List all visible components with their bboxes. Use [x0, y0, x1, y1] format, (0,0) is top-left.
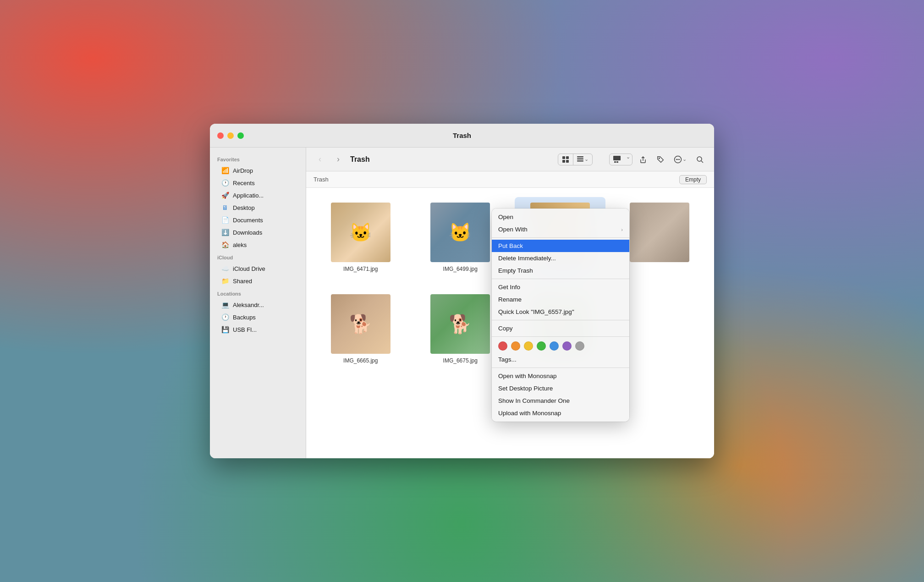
sidebar-item-label: USB Fl... [233, 326, 257, 333]
color-red[interactable] [498, 341, 507, 351]
toolbar: ‹ › Trash [306, 148, 714, 171]
sidebar-item-downloads[interactable]: ⬇️ Downloads [214, 226, 302, 238]
sidebar-item-label: iCloud Drive [233, 265, 265, 272]
photo-preview: 🐕 [331, 294, 390, 354]
svg-point-12 [676, 159, 677, 159]
ctx-set-desktop-label: Set Desktop Picture [498, 385, 553, 392]
file-thumbnail [630, 203, 689, 262]
backups-icon: 🕐 [221, 313, 229, 321]
sidebar-item-backups[interactable]: 🕐 Backups [214, 311, 302, 323]
color-blue[interactable] [550, 341, 559, 351]
back-button[interactable]: ‹ [314, 153, 326, 166]
ctx-open-with[interactable]: Open With › [492, 223, 629, 236]
minimize-button[interactable] [227, 132, 234, 139]
color-gray[interactable] [575, 341, 584, 351]
ctx-delete-label: Delete Immediately... [498, 255, 556, 262]
list-view-button[interactable]: ⌄ [573, 154, 592, 165]
color-yellow[interactable] [524, 341, 533, 351]
svg-rect-1 [566, 156, 569, 159]
svg-rect-6 [577, 160, 583, 162]
tags-button[interactable] [654, 154, 667, 165]
finder-window: Trash Favorites 📶 AirDrop 🕐 Recents 🚀 Ap… [210, 124, 714, 458]
gallery-view-toggle: ⌄ [609, 154, 632, 165]
recents-icon: 🕐 [221, 179, 229, 187]
share-button[interactable] [636, 154, 650, 165]
color-orange[interactable] [511, 341, 520, 351]
sidebar-item-label: Desktop [233, 204, 255, 211]
file-name: IMG_6499.jpg [443, 266, 478, 272]
ctx-open-monosnap[interactable]: Open with Monosnap [492, 370, 629, 382]
ctx-tag-colors [492, 339, 629, 353]
context-menu: Open Open With › Put Back Delete Immedia… [492, 209, 629, 422]
photo-preview: 🐕 [430, 294, 490, 354]
gallery-view-button[interactable] [610, 154, 624, 165]
file-item-img6665[interactable]: 🐕 IMG_6665.jpg [315, 289, 406, 369]
svg-rect-0 [562, 156, 565, 159]
ctx-open-with-label: Open With [498, 226, 528, 233]
close-button[interactable] [217, 132, 224, 139]
svg-point-14 [679, 159, 680, 159]
sidebar-item-documents[interactable]: 📄 Documents [214, 214, 302, 226]
photo-preview: 🐱 [331, 203, 390, 262]
icon-view-button[interactable] [558, 154, 573, 165]
ctx-separator-2 [492, 279, 629, 279]
svg-rect-8 [614, 161, 616, 163]
ctx-get-info[interactable]: Get Info [492, 281, 629, 293]
search-button[interactable] [693, 154, 707, 165]
fullscreen-button[interactable] [237, 132, 244, 139]
ctx-set-desktop[interactable]: Set Desktop Picture [492, 382, 629, 395]
ctx-open-label: Open [498, 214, 513, 220]
color-purple[interactable] [562, 341, 572, 351]
ctx-put-back[interactable]: Put Back [492, 240, 629, 252]
sidebar-item-aleksandr[interactable]: 💻 Aleksandr... [214, 299, 302, 311]
ctx-rename-label: Rename [498, 296, 522, 303]
ctx-separator-1 [492, 237, 629, 238]
file-item-img6471[interactable]: 🐱 IMG_6471.jpg [315, 197, 406, 280]
color-green[interactable] [537, 341, 546, 351]
sidebar-item-shared[interactable]: 📁 Shared [214, 275, 302, 287]
ctx-upload-monosnap[interactable]: Upload with Monosnap [492, 407, 629, 419]
sidebar-item-label: Downloads [233, 229, 262, 236]
file-thumbnail: 🐱 [430, 203, 490, 262]
sidebar-item-label: Documents [233, 217, 263, 224]
photo-preview [630, 203, 689, 262]
ctx-put-back-label: Put Back [498, 242, 523, 249]
sidebar-item-applications[interactable]: 🚀 Applicatio... [214, 189, 302, 201]
desktop-icon: 🖥 [221, 203, 229, 212]
sidebar-item-airdrop[interactable]: 📶 AirDrop [214, 165, 302, 176]
sidebar-item-desktop[interactable]: 🖥 Desktop [214, 202, 302, 214]
ctx-delete-immediately[interactable]: Delete Immediately... [492, 252, 629, 264]
ctx-show-commander[interactable]: Show In Commander One [492, 395, 629, 407]
shared-icon: 📁 [221, 277, 229, 285]
airdrop-icon: 📶 [221, 166, 229, 175]
ctx-tags[interactable]: Tags... [492, 353, 629, 366]
ctx-tags-label: Tags... [498, 356, 517, 363]
breadcrumb: Trash [314, 176, 329, 183]
more-button[interactable]: ⌄ [671, 154, 689, 165]
main-layout: Favorites 📶 AirDrop 🕐 Recents 🚀 Applicat… [210, 148, 714, 458]
applications-icon: 🚀 [221, 191, 229, 199]
computer-icon: 💻 [221, 301, 229, 309]
sidebar-item-label: Aleksandr... [233, 302, 264, 308]
toolbar-title: Trash [350, 155, 370, 164]
empty-trash-button[interactable]: Empty [679, 175, 707, 184]
favorites-label: Favorites [210, 153, 306, 164]
sidebar-item-label: AirDrop [233, 167, 253, 174]
sidebar-item-recents[interactable]: 🕐 Recents [214, 177, 302, 189]
ctx-open[interactable]: Open [492, 211, 629, 223]
ctx-copy[interactable]: Copy [492, 322, 629, 335]
sidebar: Favorites 📶 AirDrop 🕐 Recents 🚀 Applicat… [210, 148, 306, 458]
chevron-right-icon: › [621, 227, 623, 232]
ctx-quick-look[interactable]: Quick Look "IMG_6557.jpg" [492, 306, 629, 318]
sidebar-item-aleks[interactable]: 🏠 aleks [214, 239, 302, 251]
sidebar-item-icloud-drive[interactable]: ☁️ iCloud Drive [214, 263, 302, 275]
svg-rect-5 [577, 158, 583, 159]
file-name: IMG_6665.jpg [343, 357, 378, 364]
forward-button[interactable]: › [332, 153, 345, 166]
window-title: Trash [453, 132, 471, 139]
locations-label: Locations [210, 287, 306, 298]
sidebar-item-usb[interactable]: 💾 USB Fl... [214, 324, 302, 335]
ctx-empty-trash[interactable]: Empty Trash [492, 264, 629, 277]
sidebar-item-label: aleks [233, 242, 247, 248]
ctx-rename[interactable]: Rename [492, 293, 629, 306]
